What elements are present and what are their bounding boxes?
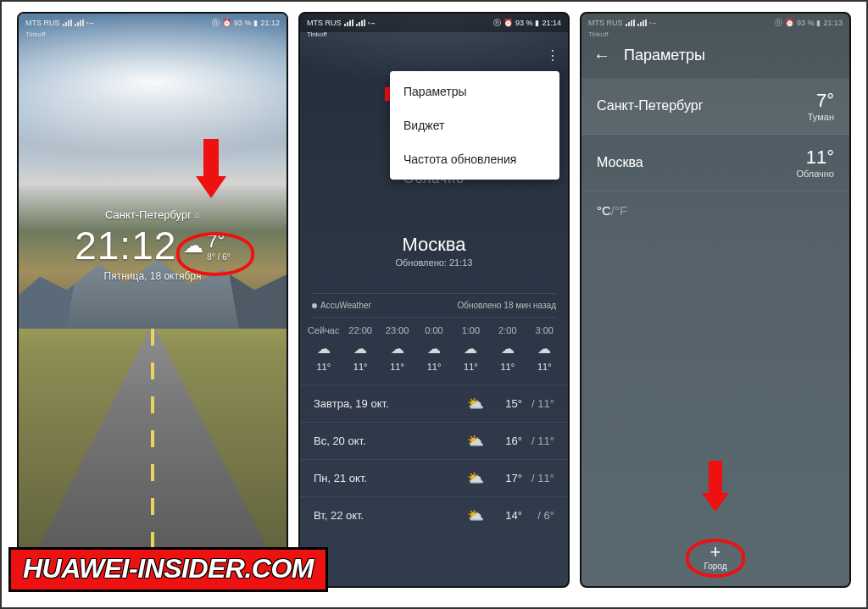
status-bar: MTS RUS ◦⌢ ⓝ⏰ 93 % ▮ 21:13 bbox=[581, 14, 849, 32]
menu-item-update-freq[interactable]: Частота обновления bbox=[390, 142, 559, 176]
phone-params: MTS RUS ◦⌢ ⓝ⏰ 93 % ▮ 21:13 Tinkoff ← Пар… bbox=[580, 12, 851, 588]
hint-arrow-icon bbox=[197, 139, 225, 198]
overflow-menu-button[interactable]: ⋮ bbox=[546, 47, 558, 64]
nfc-icon: ⓝ bbox=[212, 18, 220, 29]
signal-icon bbox=[75, 19, 84, 26]
city-row[interactable]: Москва 11°Облачно bbox=[581, 135, 849, 191]
alarm-icon: ⏰ bbox=[222, 19, 231, 27]
carrier-label: MTS RUS bbox=[25, 19, 60, 27]
menu-item-params[interactable]: Параметры bbox=[390, 75, 559, 108]
phone-lockscreen: MTS RUS ◦⌢ ⓝ ⏰ 93 % ▮ 21:12 Tinkoff Санк… bbox=[17, 12, 288, 588]
widget-date: Пятница, 18 октября bbox=[19, 270, 287, 282]
battery-icon: ▮ bbox=[253, 19, 258, 27]
status-time: 21:12 bbox=[260, 19, 280, 27]
back-arrow-icon[interactable]: ← bbox=[593, 46, 610, 65]
widget-temp-range: 8° / 6° bbox=[207, 252, 230, 262]
provider-row[interactable]: AccuWeather Обновлено 18 мин назад bbox=[312, 293, 556, 318]
plus-icon: + bbox=[704, 543, 726, 562]
daily-forecast: Завтра, 19 окт.⛅15°/ 11° Вс, 20 окт.⛅16°… bbox=[300, 385, 568, 534]
signal-icon bbox=[63, 19, 72, 26]
units-toggle[interactable]: °C/°F bbox=[581, 191, 849, 230]
status-bar: MTS RUS ◦⌢ ⓝ ⏰ 93 % ▮ 21:12 bbox=[19, 14, 287, 32]
hour-cell: Сейчас☁11° bbox=[305, 325, 342, 372]
day-row[interactable]: Завтра, 19 окт.⛅15°/ 11° bbox=[300, 385, 568, 422]
widget-time: 21:12 bbox=[75, 223, 176, 269]
widget-city: Санкт-Петербург ⌂ bbox=[19, 208, 287, 221]
menu-item-widget[interactable]: Виджет bbox=[390, 108, 559, 142]
widget-weather[interactable]: ☁ 7° 8° / 6° bbox=[183, 230, 230, 262]
status-bar: MTS RUS ◦⌢ ⓝ⏰ 93 % ▮ 21:14 bbox=[300, 14, 568, 32]
battery-pct: 93 % bbox=[234, 19, 252, 27]
add-city-button[interactable]: + Город bbox=[704, 543, 726, 571]
phone-weather-app: MTS RUS ◦⌢ ⓝ⏰ 93 % ▮ 21:14 Tinkoff ⋮ Пар… bbox=[298, 12, 570, 588]
widget-temp: 7° bbox=[207, 230, 230, 252]
cloud-icon: ☁ bbox=[183, 234, 203, 257]
wifi-icon: ◦⌢ bbox=[86, 19, 94, 28]
watermark: HUAWEI-INSIDER.COM bbox=[8, 547, 328, 592]
cloud-icon: ☁ bbox=[305, 340, 342, 357]
city-list: Санкт-Петербург 7°Туман Москва 11°Облачн… bbox=[581, 78, 849, 230]
hourly-forecast[interactable]: Сейчас☁11° 22:00☁11° 23:00☁11° 0:00☁11° … bbox=[300, 320, 568, 380]
phones-row: MTS RUS ◦⌢ ⓝ ⏰ 93 % ▮ 21:12 Tinkoff Санк… bbox=[2, 2, 866, 598]
overflow-popup: Параметры Виджет Частота обновления bbox=[390, 71, 559, 180]
city-header[interactable]: Москва Обновлено: 21:13 bbox=[300, 234, 568, 268]
city-row[interactable]: Санкт-Петербург 7°Туман bbox=[581, 78, 849, 135]
partly-cloudy-icon: ⛅ bbox=[461, 396, 490, 412]
hint-arrow-icon bbox=[703, 461, 728, 512]
weather-clock-widget[interactable]: Санкт-Петербург ⌂ 21:12 ☁ 7° 8° / 6° Пят… bbox=[19, 208, 287, 282]
page-title: Параметры bbox=[624, 47, 705, 64]
location-icon: ⌂ bbox=[195, 210, 200, 219]
params-header: ← Параметры bbox=[581, 39, 849, 72]
